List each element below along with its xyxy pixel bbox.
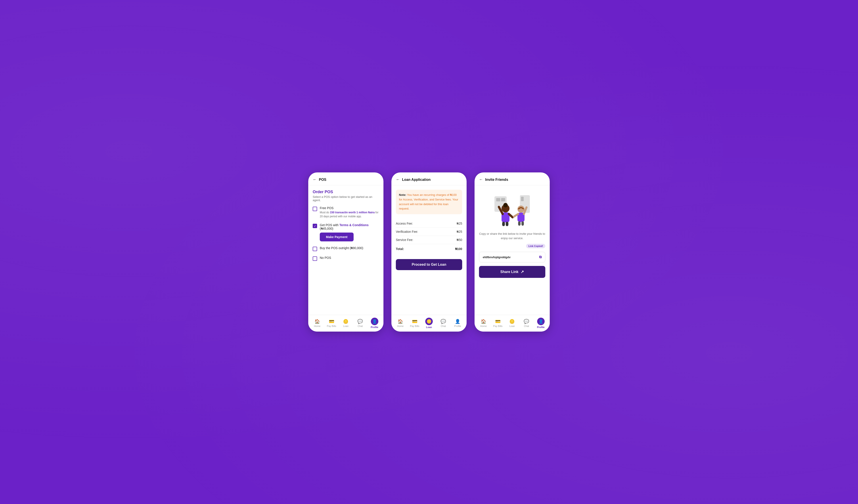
share-link-button[interactable]: Share Link ↗ — [479, 266, 545, 278]
loan-label-2: Loan — [426, 326, 432, 328]
chat-label-2: Chat — [441, 325, 446, 327]
home-icon-1: 🏠 — [315, 319, 320, 324]
outright-pos-label: Buy the POS outright (₦90,000) — [320, 246, 363, 250]
profile-icon-1: 👤 — [372, 319, 377, 324]
chat-icon-2: 💬 — [441, 319, 446, 324]
phone-loan: ← Loan Application Note: You have an rec… — [392, 173, 466, 331]
terms-pos-checkbox[interactable]: ✓ — [313, 224, 317, 228]
nav-paybills-1[interactable]: 💳 Pay Bills — [326, 319, 337, 327]
loan-label-1: Loan — [343, 325, 349, 327]
svg-rect-2 — [496, 198, 500, 201]
loan-header: ← Loan Application — [392, 173, 466, 185]
svg-rect-3 — [501, 198, 505, 201]
loan-icon-1: 🪙 — [343, 319, 349, 324]
home-icon-3: 🏠 — [481, 319, 486, 324]
share-icon: ↗ — [521, 270, 524, 274]
back-arrow-pos[interactable]: ← — [313, 177, 317, 182]
profile-icon-3: 👤 — [538, 319, 543, 324]
invite-description: Copy or share the link below to invite y… — [479, 232, 545, 240]
loan-content: Note: You have an recurring charges of ₦… — [392, 185, 466, 315]
profile-label-1: Profile — [371, 326, 378, 328]
paybills-icon-2: 💳 — [412, 319, 417, 324]
back-arrow-loan[interactable]: ← — [396, 177, 400, 182]
no-pos-option: No POS — [313, 256, 379, 261]
nav-paybills-3[interactable]: 💳 Pay Bills — [492, 319, 503, 327]
nav-profile-2[interactable]: 👤 Profile — [452, 319, 463, 327]
home-label-2: Home — [397, 325, 403, 327]
terms-pos-option: ✓ Get POS with Terms & Conditions (₦45,0… — [313, 223, 379, 241]
terms-pos-label: Get POS with Terms & Conditions (₦45,000… — [320, 223, 379, 230]
proceed-loan-button[interactable]: Proceed to Get Loan — [396, 259, 462, 270]
loan-title: Loan Application — [402, 178, 431, 182]
nav-chat-2[interactable]: 💬 Chat — [438, 319, 449, 327]
nav-profile-1[interactable]: 👤 Profile — [369, 318, 380, 328]
free-pos-desc: Must do 150 transactin worth 1 million N… — [320, 210, 379, 218]
nav-loan-1[interactable]: 🪙 Loan — [340, 319, 351, 327]
service-fee-row: Service Fee: ₦50 — [396, 236, 462, 244]
verification-fee-label: Verification Fee: — [396, 230, 418, 233]
pos-header: ← POS — [308, 173, 383, 185]
copy-icon[interactable]: ⧉ — [539, 255, 542, 259]
nav-home-2[interactable]: 🏠 Home — [395, 319, 406, 327]
svg-rect-17 — [521, 221, 524, 226]
chat-icon-3: 💬 — [524, 319, 529, 324]
invite-header: ← Invite Friends — [475, 173, 550, 185]
loan-bottom-nav: 🏠 Home 💳 Pay Bills 🪙 Loan 💬 Chat 👤 Profi… — [392, 315, 466, 331]
friends-svg — [488, 192, 537, 227]
svg-point-11 — [503, 203, 508, 207]
make-payment-button[interactable]: Make Payment — [320, 232, 354, 241]
order-pos-subtitle: Select a POS option below to get started… — [313, 195, 379, 202]
home-label-3: Home — [480, 325, 487, 327]
nav-loan-3[interactable]: 🪙 Loan — [507, 319, 518, 327]
svg-rect-10 — [506, 222, 508, 226]
nav-paybills-2[interactable]: 💳 Pay Bills — [409, 319, 420, 327]
total-fee-value: ₦100 — [455, 247, 462, 251]
nav-profile-3[interactable]: 👤 Profile — [535, 318, 546, 328]
paybills-label-1: Pay Bills — [327, 325, 336, 327]
nav-chat-1[interactable]: 💬 Chat — [355, 319, 366, 327]
invite-code-text: efdfbnvfojdgnddgdv — [483, 256, 511, 259]
pos-content: Order POS Select a POS option below to g… — [308, 185, 383, 315]
note-bold: Note: — [399, 193, 406, 196]
home-icon-2: 🏠 — [398, 319, 403, 324]
loan-label-3: Loan — [509, 325, 515, 327]
service-fee-label: Service Fee: — [396, 238, 413, 242]
no-pos-checkbox[interactable] — [313, 256, 317, 261]
no-pos-label: No POS — [320, 256, 331, 260]
verification-fee-value: ₦25 — [457, 230, 462, 233]
nav-home-3[interactable]: 🏠 Home — [478, 319, 489, 327]
loan-icon-2: 🪙 — [427, 319, 431, 324]
phone-pos: ← POS Order POS Select a POS option belo… — [308, 173, 383, 331]
invite-illustration — [479, 192, 545, 227]
svg-rect-4 — [521, 197, 524, 201]
profile-label-3: Profile — [537, 326, 544, 328]
free-pos-link[interactable]: 150 transactin worth 1 million Naira — [330, 211, 375, 214]
total-fee-row: Total: ₦100 — [396, 245, 462, 253]
phones-container: ← POS Order POS Select a POS option belo… — [308, 173, 550, 331]
access-fee-row: Access Fee: ₦25 — [396, 220, 462, 228]
outright-pos-checkbox[interactable] — [313, 247, 317, 251]
chat-label-1: Chat — [358, 325, 363, 327]
profile-icon-2: 👤 — [455, 319, 460, 324]
nav-home-1[interactable]: 🏠 Home — [312, 319, 323, 327]
paybills-icon-1: 💳 — [329, 319, 334, 324]
chat-icon-1: 💬 — [358, 319, 363, 324]
free-pos-checkbox[interactable] — [313, 207, 317, 211]
invite-bottom-nav: 🏠 Home 💳 Pay Bills 🪙 Loan 💬 Chat 👤 Profi… — [475, 315, 550, 331]
nav-chat-3[interactable]: 💬 Chat — [521, 319, 532, 327]
paybills-icon-3: 💳 — [495, 319, 500, 324]
note-box: Note: You have an recurring charges of ₦… — [396, 190, 462, 214]
verification-fee-row: Verification Fee: ₦25 — [396, 228, 462, 236]
profile-label-2: Profile — [454, 325, 461, 327]
pos-bottom-nav: 🏠 Home 💳 Pay Bills 🪙 Loan 💬 Chat 👤 Profi… — [308, 315, 383, 331]
access-fee-label: Access Fee: — [396, 222, 413, 225]
pos-title: POS — [319, 178, 327, 182]
nav-loan-2[interactable]: 🪙 Loan — [424, 318, 434, 328]
free-pos-label: Free POS — [320, 206, 379, 210]
terms-link[interactable]: Terms & Conditions — [339, 223, 369, 227]
phone-invite: ← Invite Friends — [475, 173, 550, 331]
back-arrow-invite[interactable]: ← — [479, 177, 483, 182]
invite-link-box: efdfbnvfojdgnddgdv ⧉ — [479, 252, 545, 262]
note-text: You have an recurring charges of ₦100 fo… — [399, 193, 458, 210]
service-fee-value: ₦50 — [457, 238, 462, 242]
